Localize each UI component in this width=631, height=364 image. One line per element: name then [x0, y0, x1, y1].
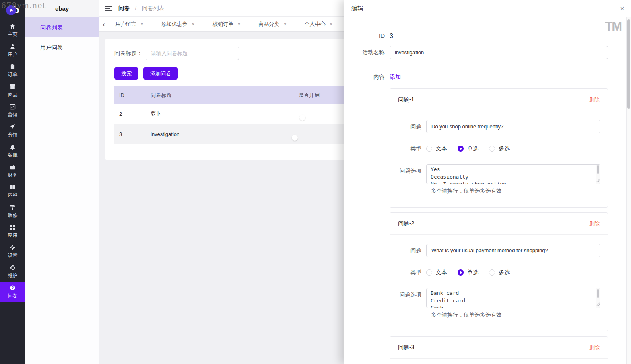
textarea-scrollbar-thumb[interactable]: [597, 165, 599, 174]
options-label: 问题选项: [390, 288, 426, 308]
sidebar-item-questionnaire[interactable]: ? 问卷: [0, 282, 25, 302]
sidebar-item-user-questionnaire[interactable]: 用户问卷: [25, 37, 99, 58]
question-text-input[interactable]: [426, 244, 600, 257]
breadcrumb-root[interactable]: 问卷: [118, 5, 130, 11]
sidebar-item-goods[interactable]: 商品: [0, 80, 25, 101]
tab-close-icon[interactable]: ×: [237, 21, 241, 27]
add-question-link[interactable]: 添加: [390, 70, 401, 84]
question-card-title: 问题-3: [398, 344, 414, 351]
delete-question-button[interactable]: 删除: [589, 220, 600, 227]
sidebar-item-apps[interactable]: 应用: [0, 221, 25, 241]
store-name: ebay: [25, 0, 99, 17]
question-card-3: 问题-3 删除 问题: [390, 336, 608, 364]
activity-name-input[interactable]: [390, 46, 608, 59]
sidebar-item-label: 商品: [8, 91, 18, 98]
radio-multi-choice[interactable]: 多选: [489, 145, 510, 152]
question-text-input[interactable]: [426, 120, 600, 133]
search-button[interactable]: 搜索: [114, 67, 138, 80]
textarea-resize-handle[interactable]: [596, 300, 600, 308]
filter-label: 问卷标题：: [114, 50, 142, 57]
question-options-textarea[interactable]: Yes Occasionally No, I rarely shop onlin…: [426, 164, 600, 184]
tab-scroll-left-icon[interactable]: ‹: [103, 21, 105, 28]
sidebar-item-distribution[interactable]: 分销: [0, 121, 25, 141]
chip-icon: [9, 264, 16, 271]
paper-plane-icon: [9, 123, 16, 130]
sidebar-item-orders[interactable]: 订单: [0, 60, 25, 80]
sidebar-item-service[interactable]: 客服: [0, 141, 25, 161]
tab-close-icon[interactable]: ×: [329, 21, 332, 27]
textarea-scrollbar-thumb[interactable]: [597, 289, 599, 298]
tab-label: 用户留言: [115, 21, 136, 28]
sidebar-item-marketing[interactable]: 营销: [0, 101, 25, 121]
sidebar-item-content[interactable]: 内容: [0, 181, 25, 201]
sidebar-item-label: 维护: [8, 272, 18, 279]
options-hint: 多个请换行，仅单选多选有效: [426, 187, 593, 195]
tab-user-messages[interactable]: 用户留言×: [107, 21, 153, 28]
radio-text[interactable]: 文本: [426, 269, 447, 276]
radio-multi-choice[interactable]: 多选: [489, 269, 510, 276]
delete-question-button[interactable]: 删除: [589, 96, 600, 103]
sidebar-item-label: 客服: [8, 152, 18, 158]
briefcase-icon: [9, 164, 16, 171]
type-label: 类型: [390, 142, 426, 155]
radio-icon: [489, 146, 495, 152]
type-label: 类型: [390, 266, 426, 279]
chart-icon: [9, 103, 16, 110]
sidebar-item-label: 设置: [8, 252, 18, 259]
sidebar-item-users[interactable]: 用户: [0, 40, 25, 60]
close-icon[interactable]: ×: [620, 3, 625, 13]
question-label: 问题: [390, 120, 426, 133]
tab-add-coupon[interactable]: 添加优惠券×: [153, 21, 204, 28]
home-icon: [9, 23, 16, 30]
sidebar-item-label: 用户: [8, 51, 18, 58]
sidebar-item-label: 分销: [8, 132, 18, 138]
tab-label: 个人中心: [304, 21, 325, 28]
radio-icon: [426, 269, 432, 276]
toggle-knob: [299, 115, 305, 121]
radio-single-choice[interactable]: 单选: [458, 145, 478, 152]
paint-roller-icon: [9, 204, 16, 211]
content-row: 内容 添加: [351, 70, 608, 84]
logo-e-badge: e: [6, 5, 16, 15]
activity-name-label: 活动名称: [351, 46, 390, 59]
question-card-title: 问题-1: [398, 96, 414, 103]
tab-product-category[interactable]: 商品分类×: [250, 21, 295, 28]
primary-sidebar: e b 主页 用户 订单 商品 营销 分销 客服 财务 内容 装修: [0, 0, 25, 364]
sidebar-item-label: 装修: [8, 212, 18, 219]
type-radio-group: 文本 单选 多选: [426, 266, 510, 279]
question-options-textarea[interactable]: Bank card Credit card Cash: [426, 288, 600, 308]
sidebar-item-finance[interactable]: 财务: [0, 161, 25, 181]
book-icon: [9, 184, 16, 191]
sidebar-item-settings[interactable]: 设置: [0, 241, 25, 261]
secondary-sidebar: ebay 问卷列表 用户问卷: [25, 0, 99, 364]
collapse-menu-icon[interactable]: [105, 6, 112, 11]
tab-label: 商品分类: [258, 21, 279, 28]
radio-single-choice[interactable]: 单选: [458, 269, 478, 276]
bell-icon: [9, 144, 16, 150]
options-hint: 多个请换行，仅单选多选有效: [426, 311, 593, 319]
drawer-title: 编辑: [351, 5, 363, 12]
add-questionnaire-button[interactable]: 添加问卷: [143, 67, 178, 80]
question-card-1: 问题-1 删除 问题 类型 文本 单选 多选 问题选项: [390, 88, 608, 208]
questionnaire-title-input[interactable]: [146, 47, 239, 60]
breadcrumb-current: 问卷列表: [142, 5, 165, 11]
radio-text[interactable]: 文本: [426, 145, 447, 152]
sidebar-item-label: 订单: [8, 71, 18, 78]
edit-drawer: 编辑 × TM ID 3 活动名称 内容 添加 问题-1 删除 问题: [344, 0, 631, 364]
store-icon: [9, 83, 16, 90]
drawer-scrollbar-thumb[interactable]: [627, 19, 630, 109]
delete-question-button[interactable]: 删除: [589, 344, 600, 351]
tab-close-icon[interactable]: ×: [192, 21, 195, 27]
sidebar-item-label: 应用: [8, 232, 18, 239]
tab-close-icon[interactable]: ×: [140, 21, 144, 27]
tab-verify-orders[interactable]: 核销订单×: [204, 21, 250, 28]
sidebar-item-maintain[interactable]: 维护: [0, 261, 25, 282]
cell-id: 3: [114, 131, 146, 137]
sidebar-item-questionnaire-list[interactable]: 问卷列表: [25, 17, 99, 37]
tab-personal-center[interactable]: 个人中心×: [295, 21, 341, 28]
drawer-header: 编辑: [344, 0, 631, 17]
textarea-resize-handle[interactable]: [596, 177, 600, 184]
sidebar-item-decorate[interactable]: 装修: [0, 201, 25, 221]
sidebar-item-home[interactable]: 主页: [0, 20, 25, 40]
tab-close-icon[interactable]: ×: [283, 21, 287, 27]
